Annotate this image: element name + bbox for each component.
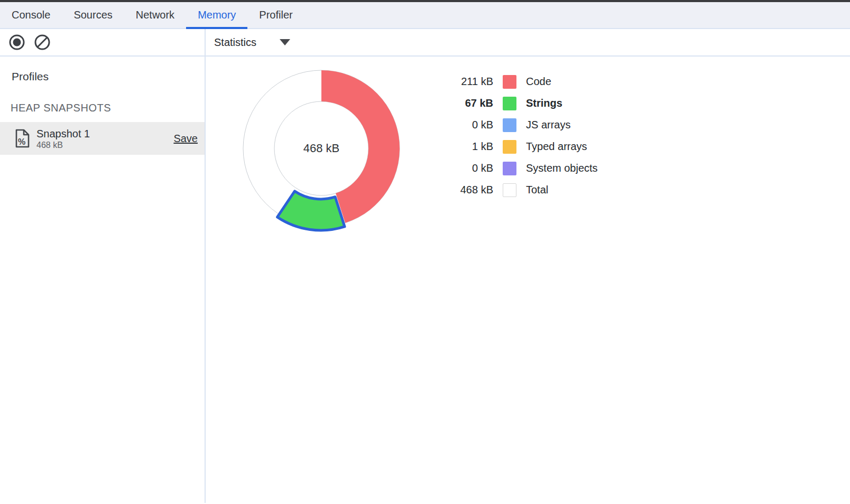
legend-label-total: Total	[526, 184, 548, 196]
statistics-panel: 468 kB 211 kBCode67 kBStrings0 kBJS arra…	[206, 57, 850, 503]
legend-value-total: 468 kB	[451, 184, 493, 196]
tab-network[interactable]: Network	[124, 2, 186, 28]
tab-memory[interactable]: Memory	[186, 2, 247, 28]
toolbar: Statistics	[0, 29, 850, 57]
legend-value-typed-arrays: 1 kB	[451, 141, 493, 153]
record-icon	[8, 33, 26, 51]
profiles-heading: Profiles	[12, 70, 205, 83]
heap-statistics-donut-chart: 468 kB	[234, 61, 409, 236]
legend-label-system-objects: System objects	[526, 162, 598, 174]
pie-slice-strings[interactable]	[278, 191, 345, 230]
tab-sources[interactable]: Sources	[62, 2, 124, 28]
legend-label-typed-arrays: Typed arrays	[526, 141, 587, 153]
sidebar: Profiles HEAP SNAPSHOTS % Snapshot 1 468…	[0, 57, 206, 503]
donut-center-total: 468 kB	[303, 142, 340, 155]
snapshot-size: 468 kB	[36, 140, 90, 150]
chevron-down-icon	[280, 39, 290, 45]
legend-swatch-code	[503, 75, 516, 89]
legend-label-js-arrays: JS arrays	[526, 119, 570, 131]
heap-snapshot-file-icon: %	[14, 128, 30, 148]
devtools-tab-bar: Console Sources Network Memory Profiler	[0, 2, 850, 29]
legend-row-strings[interactable]: 67 kBStrings	[451, 92, 598, 114]
legend-swatch-js-arrays	[503, 118, 516, 132]
legend-value-code: 211 kB	[451, 76, 493, 88]
svg-text:%: %	[18, 137, 25, 146]
tab-profiler[interactable]: Profiler	[247, 2, 304, 28]
heap-snapshots-section-heading: HEAP SNAPSHOTS	[11, 102, 205, 114]
perspective-select[interactable]: Statistics	[214, 36, 290, 49]
record-heap-snapshot-button[interactable]	[8, 33, 26, 51]
legend-row-total[interactable]: 468 kBTotal	[451, 179, 598, 201]
save-snapshot-link[interactable]: Save	[173, 133, 198, 145]
sidebar-item-snapshot-1[interactable]: % Snapshot 1 468 kB Save	[0, 122, 205, 155]
view-toolbar: Statistics	[206, 29, 850, 55]
profiles-toolbar	[0, 29, 206, 55]
legend-value-js-arrays: 0 kB	[451, 119, 493, 131]
legend-swatch-system-objects	[503, 162, 516, 175]
legend-value-strings: 67 kB	[451, 97, 493, 109]
chart-legend: 211 kBCode67 kBStrings0 kBJS arrays1 kBT…	[451, 71, 598, 201]
legend-swatch-strings	[503, 97, 516, 110]
legend-row-typed-arrays[interactable]: 1 kBTyped arrays	[451, 136, 598, 157]
content: Profiles HEAP SNAPSHOTS % Snapshot 1 468…	[0, 57, 850, 503]
clear-icon	[33, 33, 51, 51]
legend-label-code: Code	[526, 76, 551, 88]
tab-console[interactable]: Console	[0, 2, 62, 28]
clear-profiles-button[interactable]	[33, 33, 51, 51]
legend-swatch-typed-arrays	[503, 140, 516, 154]
perspective-select-value: Statistics	[214, 36, 256, 49]
snapshot-title: Snapshot 1	[36, 127, 90, 140]
legend-row-code[interactable]: 211 kBCode	[451, 71, 598, 92]
legend-value-system-objects: 0 kB	[451, 162, 493, 174]
legend-row-system-objects[interactable]: 0 kBSystem objects	[451, 157, 598, 179]
legend-swatch-total	[503, 183, 516, 197]
legend-label-strings: Strings	[526, 97, 562, 109]
legend-row-js-arrays[interactable]: 0 kBJS arrays	[451, 114, 598, 136]
